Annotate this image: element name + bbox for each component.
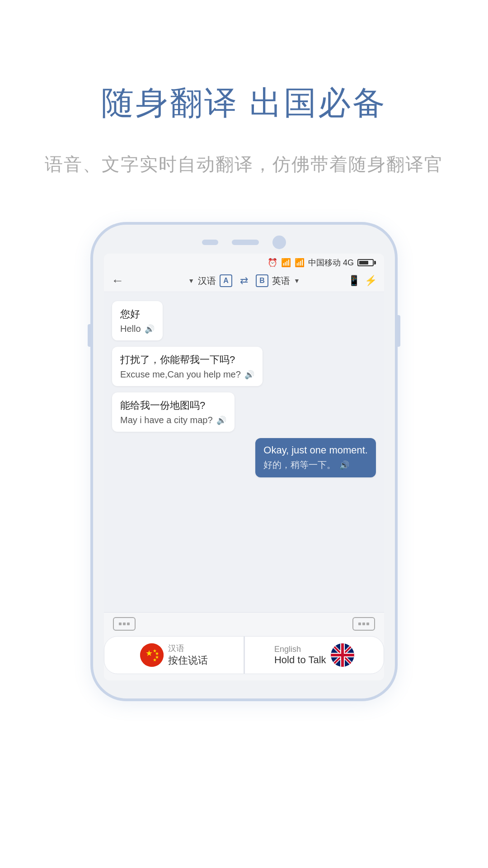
alarm-icon: ⏰: [267, 258, 277, 268]
lang-swap-icon[interactable]: ⇄: [236, 274, 252, 287]
bubble-2-translation-text: Excuse me,Can you help me?: [120, 369, 241, 380]
lang-badge-a: A: [220, 274, 232, 287]
bubble-3-translation-text: May i have a city map?: [120, 415, 213, 425]
status-icons: ⏰ 📶 📶 中国移动 4G: [267, 257, 376, 268]
english-talk-button[interactable]: English Hold to Talk: [244, 636, 385, 674]
bluetooth-icon[interactable]: ⚡: [365, 275, 377, 287]
svg-text:★: ★: [153, 657, 157, 662]
phone-volume-button: [88, 324, 92, 347]
chat-bubble-2: 打扰了，你能帮我一下吗? Excuse me,Can you help me? …: [112, 347, 263, 386]
bottom-bar: ★ ★ ★ ★ ★ 汉语 按住说话: [104, 612, 384, 680]
lang-right-arrow[interactable]: ▼: [294, 277, 300, 284]
phone-screen: ⏰ 📶 📶 中国移动 4G ←: [104, 254, 384, 680]
bubble-1-translated: Hello 🔊: [120, 324, 155, 334]
bubble-3-original: 能给我一份地图吗?: [120, 399, 226, 412]
sound-icon-4[interactable]: 🔊: [339, 460, 349, 470]
lang-right-label: 英语: [272, 275, 290, 287]
hero-title: 随身翻译 出国必备: [101, 81, 387, 125]
sound-icon-1[interactable]: 🔊: [145, 324, 155, 334]
bubble-4-original: Okay, just one moment.: [263, 444, 368, 456]
back-button[interactable]: ←: [111, 274, 124, 288]
bubble-2-translated: Excuse me,Can you help me? 🔊: [120, 369, 254, 380]
lang-badge-b: B: [256, 274, 268, 287]
bubble-4-translation-text: 好的，稍等一下。: [263, 459, 336, 471]
bubble-1-original: 您好: [120, 307, 155, 321]
keyboard-icon-left[interactable]: [113, 617, 136, 631]
bubble-2-original: 打扰了，你能帮我一下吗?: [120, 353, 254, 367]
carrier-text: 中国移动 4G: [308, 257, 354, 268]
chinese-talk-button[interactable]: ★ ★ ★ ★ ★ 汉语 按住说话: [104, 636, 244, 674]
bubble-3-translated: May i have a city map? 🔊: [120, 415, 226, 425]
chat-area: 您好 Hello 🔊 打扰了，你能帮我一下吗? Excuse me,Can yo…: [104, 292, 384, 612]
bubble-4-translated: 好的，稍等一下。 🔊: [263, 459, 368, 471]
phone-speaker-small: [202, 240, 218, 245]
keyboard-icon-right[interactable]: [352, 617, 375, 631]
phone-speaker: [232, 240, 259, 245]
app-header: ← ▼ 汉语 A ⇄ B 英语 ▼ 📱 ⚡: [104, 270, 384, 292]
header-icons: 📱 ⚡: [348, 275, 377, 287]
lang-left-arrow[interactable]: ▼: [188, 277, 194, 284]
english-lang-label: English: [274, 645, 301, 654]
chinese-btn-text: 汉语 按住说话: [168, 643, 208, 667]
sound-icon-2[interactable]: 🔊: [244, 370, 254, 380]
phone-outer: ⏰ 📶 📶 中国移动 4G ←: [90, 222, 398, 701]
lang-left-label: 汉语: [198, 275, 216, 287]
chinese-lang-label: 汉语: [168, 643, 184, 654]
language-selector[interactable]: ▼ 汉语 A ⇄ B 英语 ▼: [188, 274, 300, 287]
english-btn-text: English Hold to Talk: [274, 645, 326, 666]
wifi-icon: 📶: [281, 258, 291, 268]
bubble-1-translation-text: Hello: [120, 324, 141, 334]
chat-bubble-1: 您好 Hello 🔊: [112, 301, 163, 340]
phone-top-bar: [93, 225, 395, 254]
phone-mockup: ⏰ 📶 📶 中国移动 4G ←: [90, 222, 398, 701]
status-bar: ⏰ 📶 📶 中国移动 4G: [104, 254, 384, 270]
phone-camera: [272, 236, 286, 249]
signal-icon: 📶: [295, 258, 305, 268]
svg-text:★: ★: [145, 649, 153, 658]
chat-bubble-4: Okay, just one moment. 好的，稍等一下。 🔊: [255, 438, 376, 477]
talk-buttons-row: ★ ★ ★ ★ ★ 汉语 按住说话: [104, 636, 384, 674]
phone-power-button: [396, 315, 400, 347]
svg-rect-15: [331, 654, 354, 656]
chinese-action-label: 按住说话: [168, 654, 208, 667]
chinese-flag: ★ ★ ★ ★ ★: [140, 643, 164, 667]
english-action-label: Hold to Talk: [274, 654, 326, 666]
chat-bubble-3: 能给我一份地图吗? May i have a city map? 🔊: [112, 392, 235, 432]
hero-subtitle: 语音、文字实时自动翻译，仿佛带着随身翻译官: [18, 152, 470, 177]
phone-icon[interactable]: 📱: [348, 275, 360, 287]
keyboard-icons-row: [104, 617, 384, 631]
battery-icon: [357, 259, 376, 266]
app-page: 随身翻译 出国必备 语音、文字实时自动翻译，仿佛带着随身翻译官 ⏰ 📶: [0, 0, 488, 868]
english-flag: [331, 643, 354, 667]
sound-icon-3[interactable]: 🔊: [216, 415, 226, 425]
